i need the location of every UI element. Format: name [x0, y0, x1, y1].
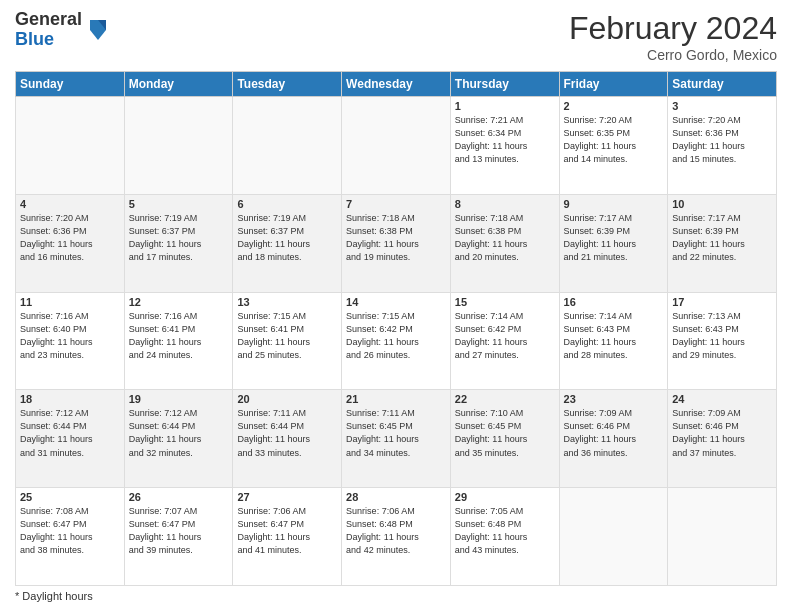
day-info: Sunrise: 7:18 AM Sunset: 6:38 PM Dayligh… — [346, 212, 446, 264]
day-number: 27 — [237, 491, 337, 503]
calendar-cell — [16, 97, 125, 195]
day-number: 3 — [672, 100, 772, 112]
day-info: Sunrise: 7:06 AM Sunset: 6:47 PM Dayligh… — [237, 505, 337, 557]
day-info: Sunrise: 7:07 AM Sunset: 6:47 PM Dayligh… — [129, 505, 229, 557]
footer-note-text: Daylight hours — [22, 590, 92, 602]
day-info: Sunrise: 7:19 AM Sunset: 6:37 PM Dayligh… — [129, 212, 229, 264]
day-number: 5 — [129, 198, 229, 210]
calendar-table: SundayMondayTuesdayWednesdayThursdayFrid… — [15, 71, 777, 586]
calendar-cell: 21Sunrise: 7:11 AM Sunset: 6:45 PM Dayli… — [342, 390, 451, 488]
calendar-cell: 6Sunrise: 7:19 AM Sunset: 6:37 PM Daylig… — [233, 194, 342, 292]
day-info: Sunrise: 7:16 AM Sunset: 6:40 PM Dayligh… — [20, 310, 120, 362]
day-info: Sunrise: 7:12 AM Sunset: 6:44 PM Dayligh… — [129, 407, 229, 459]
day-info: Sunrise: 7:06 AM Sunset: 6:48 PM Dayligh… — [346, 505, 446, 557]
day-number: 7 — [346, 198, 446, 210]
calendar-cell: 12Sunrise: 7:16 AM Sunset: 6:41 PM Dayli… — [124, 292, 233, 390]
calendar-week-row: 4Sunrise: 7:20 AM Sunset: 6:36 PM Daylig… — [16, 194, 777, 292]
calendar-cell: 28Sunrise: 7:06 AM Sunset: 6:48 PM Dayli… — [342, 488, 451, 586]
day-number: 20 — [237, 393, 337, 405]
day-info: Sunrise: 7:21 AM Sunset: 6:34 PM Dayligh… — [455, 114, 555, 166]
calendar-cell: 10Sunrise: 7:17 AM Sunset: 6:39 PM Dayli… — [668, 194, 777, 292]
logo-text: General Blue — [15, 10, 82, 50]
day-number: 12 — [129, 296, 229, 308]
day-info: Sunrise: 7:17 AM Sunset: 6:39 PM Dayligh… — [672, 212, 772, 264]
day-number: 24 — [672, 393, 772, 405]
calendar-week-row: 18Sunrise: 7:12 AM Sunset: 6:44 PM Dayli… — [16, 390, 777, 488]
day-number: 29 — [455, 491, 555, 503]
day-header-row: SundayMondayTuesdayWednesdayThursdayFrid… — [16, 72, 777, 97]
day-info: Sunrise: 7:13 AM Sunset: 6:43 PM Dayligh… — [672, 310, 772, 362]
calendar-week-row: 25Sunrise: 7:08 AM Sunset: 6:47 PM Dayli… — [16, 488, 777, 586]
day-number: 9 — [564, 198, 664, 210]
calendar-cell: 3Sunrise: 7:20 AM Sunset: 6:36 PM Daylig… — [668, 97, 777, 195]
calendar-cell — [559, 488, 668, 586]
month-title: February 2024 — [569, 10, 777, 47]
calendar-cell: 17Sunrise: 7:13 AM Sunset: 6:43 PM Dayli… — [668, 292, 777, 390]
day-info: Sunrise: 7:11 AM Sunset: 6:44 PM Dayligh… — [237, 407, 337, 459]
day-number: 19 — [129, 393, 229, 405]
calendar-cell: 1Sunrise: 7:21 AM Sunset: 6:34 PM Daylig… — [450, 97, 559, 195]
day-number: 1 — [455, 100, 555, 112]
calendar-cell: 27Sunrise: 7:06 AM Sunset: 6:47 PM Dayli… — [233, 488, 342, 586]
calendar-cell: 25Sunrise: 7:08 AM Sunset: 6:47 PM Dayli… — [16, 488, 125, 586]
logo-general: General — [15, 10, 82, 30]
calendar-cell: 7Sunrise: 7:18 AM Sunset: 6:38 PM Daylig… — [342, 194, 451, 292]
logo-icon — [86, 16, 110, 44]
day-info: Sunrise: 7:14 AM Sunset: 6:42 PM Dayligh… — [455, 310, 555, 362]
calendar-cell: 2Sunrise: 7:20 AM Sunset: 6:35 PM Daylig… — [559, 97, 668, 195]
calendar-cell: 15Sunrise: 7:14 AM Sunset: 6:42 PM Dayli… — [450, 292, 559, 390]
day-info: Sunrise: 7:15 AM Sunset: 6:41 PM Dayligh… — [237, 310, 337, 362]
day-number: 22 — [455, 393, 555, 405]
calendar-cell: 19Sunrise: 7:12 AM Sunset: 6:44 PM Dayli… — [124, 390, 233, 488]
day-number: 8 — [455, 198, 555, 210]
calendar-week-row: 1Sunrise: 7:21 AM Sunset: 6:34 PM Daylig… — [16, 97, 777, 195]
calendar-cell — [342, 97, 451, 195]
day-info: Sunrise: 7:15 AM Sunset: 6:42 PM Dayligh… — [346, 310, 446, 362]
day-number: 15 — [455, 296, 555, 308]
calendar-cell: 8Sunrise: 7:18 AM Sunset: 6:38 PM Daylig… — [450, 194, 559, 292]
day-number: 6 — [237, 198, 337, 210]
day-number: 4 — [20, 198, 120, 210]
calendar-cell: 23Sunrise: 7:09 AM Sunset: 6:46 PM Dayli… — [559, 390, 668, 488]
col-header-monday: Monday — [124, 72, 233, 97]
page: General Blue February 2024 Cerro Gordo, … — [0, 0, 792, 612]
day-info: Sunrise: 7:05 AM Sunset: 6:48 PM Dayligh… — [455, 505, 555, 557]
logo: General Blue — [15, 10, 110, 50]
location: Cerro Gordo, Mexico — [569, 47, 777, 63]
calendar-week-row: 11Sunrise: 7:16 AM Sunset: 6:40 PM Dayli… — [16, 292, 777, 390]
logo-blue: Blue — [15, 30, 82, 50]
col-header-tuesday: Tuesday — [233, 72, 342, 97]
day-info: Sunrise: 7:18 AM Sunset: 6:38 PM Dayligh… — [455, 212, 555, 264]
calendar-cell: 20Sunrise: 7:11 AM Sunset: 6:44 PM Dayli… — [233, 390, 342, 488]
day-number: 28 — [346, 491, 446, 503]
day-info: Sunrise: 7:11 AM Sunset: 6:45 PM Dayligh… — [346, 407, 446, 459]
day-number: 25 — [20, 491, 120, 503]
day-number: 23 — [564, 393, 664, 405]
calendar-cell: 5Sunrise: 7:19 AM Sunset: 6:37 PM Daylig… — [124, 194, 233, 292]
day-info: Sunrise: 7:10 AM Sunset: 6:45 PM Dayligh… — [455, 407, 555, 459]
calendar-cell — [668, 488, 777, 586]
day-number: 18 — [20, 393, 120, 405]
day-info: Sunrise: 7:19 AM Sunset: 6:37 PM Dayligh… — [237, 212, 337, 264]
day-number: 10 — [672, 198, 772, 210]
col-header-friday: Friday — [559, 72, 668, 97]
day-info: Sunrise: 7:20 AM Sunset: 6:36 PM Dayligh… — [20, 212, 120, 264]
col-header-saturday: Saturday — [668, 72, 777, 97]
day-info: Sunrise: 7:12 AM Sunset: 6:44 PM Dayligh… — [20, 407, 120, 459]
title-block: February 2024 Cerro Gordo, Mexico — [569, 10, 777, 63]
day-number: 11 — [20, 296, 120, 308]
calendar-cell: 18Sunrise: 7:12 AM Sunset: 6:44 PM Dayli… — [16, 390, 125, 488]
day-info: Sunrise: 7:09 AM Sunset: 6:46 PM Dayligh… — [672, 407, 772, 459]
day-number: 14 — [346, 296, 446, 308]
calendar-cell: 11Sunrise: 7:16 AM Sunset: 6:40 PM Dayli… — [16, 292, 125, 390]
day-number: 2 — [564, 100, 664, 112]
col-header-wednesday: Wednesday — [342, 72, 451, 97]
day-info: Sunrise: 7:17 AM Sunset: 6:39 PM Dayligh… — [564, 212, 664, 264]
calendar-cell — [124, 97, 233, 195]
day-number: 21 — [346, 393, 446, 405]
calendar-cell: 4Sunrise: 7:20 AM Sunset: 6:36 PM Daylig… — [16, 194, 125, 292]
day-info: Sunrise: 7:20 AM Sunset: 6:36 PM Dayligh… — [672, 114, 772, 166]
calendar-cell: 24Sunrise: 7:09 AM Sunset: 6:46 PM Dayli… — [668, 390, 777, 488]
calendar-cell: 13Sunrise: 7:15 AM Sunset: 6:41 PM Dayli… — [233, 292, 342, 390]
day-info: Sunrise: 7:09 AM Sunset: 6:46 PM Dayligh… — [564, 407, 664, 459]
